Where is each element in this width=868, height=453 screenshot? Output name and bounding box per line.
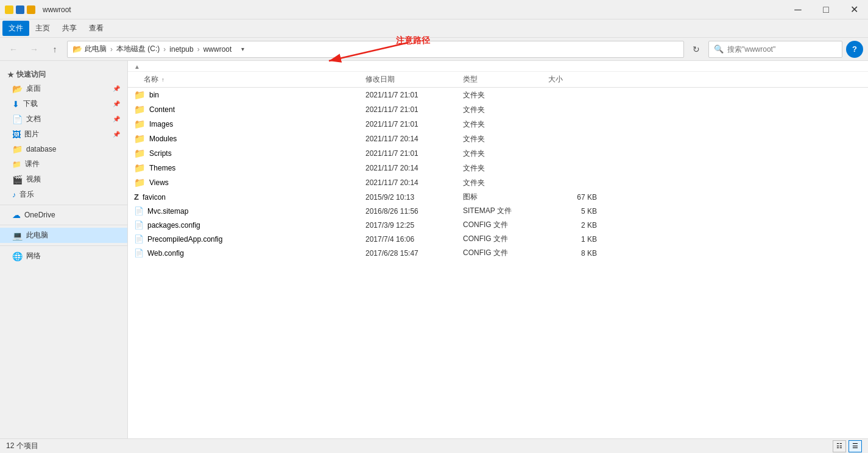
file-name-label: packages.config (147, 221, 200, 230)
table-row[interactable]: 📁 Scripts 2021/11/7 21:01 文件夹 (128, 146, 868, 161)
music-icon: ♪ (12, 191, 16, 199)
header-date[interactable]: 修改日期 (365, 74, 463, 85)
file-date-cell: 2017/6/28 15:47 (365, 249, 463, 258)
table-row[interactable]: 📁 Content 2021/11/7 21:01 文件夹 (128, 102, 868, 117)
icon-yellow (5, 5, 13, 14)
sidebar-item-pictures[interactable]: 🖼 图片 📌 (0, 127, 127, 142)
documents-folder-icon: 📄 (12, 114, 23, 124)
sidebar-item-documents[interactable]: 📄 文档 📌 (0, 111, 127, 127)
icon-blue-dark (16, 5, 24, 14)
file-list: ▲ 名称 ↑ 修改日期 类型 大小 📁 bin 2021/11/7 21:01 (128, 61, 868, 453)
file-name-label: Themes (149, 164, 175, 172)
sort-arrow: ▲ (134, 63, 140, 70)
icon-orange (27, 5, 35, 14)
file-name-cell: 📄 packages.config (128, 220, 365, 230)
thispc-icon: 💻 (12, 231, 23, 241)
file-type-cell: 文件夹 (463, 149, 548, 159)
table-row[interactable]: 📁 Themes 2021/11/7 20:14 文件夹 (128, 161, 868, 175)
svg-line-1 (329, 43, 408, 61)
file-name-cell: 📁 Views (128, 177, 365, 188)
forward-button[interactable]: → (26, 41, 43, 58)
table-row[interactable]: 📄 Web.config 2017/6/28 15:47 CONFIG 文件 8… (128, 246, 868, 260)
sidebar-item-downloads[interactable]: ⬇ 下载 📌 (0, 96, 127, 111)
folder-icon: 📁 (134, 148, 146, 159)
sidebar-item-video[interactable]: 🎬 视频 (0, 172, 127, 187)
annotation-arrow (317, 38, 414, 68)
back-button[interactable]: ← (5, 41, 22, 58)
file-date-cell: 2017/3/9 12:25 (365, 221, 463, 230)
view-detail-button[interactable]: ☰ (849, 440, 862, 452)
menubar: 文件 主页 共享 查看 (0, 19, 868, 38)
downloads-folder-icon: ⬇ (12, 99, 19, 109)
onedrive-icon: ☁ (12, 210, 21, 220)
minimize-button[interactable]: ─ (784, 0, 812, 19)
sidebar-item-desktop[interactable]: 📂 桌面 📌 (0, 81, 127, 96)
table-row[interactable]: 📁 Modules 2021/11/7 20:14 文件夹 (128, 132, 868, 146)
sidebar-item-network[interactable]: 🌐 网络 (0, 248, 127, 264)
file-name-label: Images (149, 120, 173, 128)
search-input[interactable] (727, 45, 837, 54)
sidebar-item-database[interactable]: 📁 database (0, 142, 127, 156)
sidebar-item-course[interactable]: 📁 课件 (0, 156, 127, 172)
quick-access-title: ★ 快速访问 (0, 66, 127, 81)
file-name-label: Scripts (149, 149, 172, 158)
file-type-cell: CONFIG 文件 (463, 220, 548, 230)
sidebar-item-onedrive[interactable]: ☁ OneDrive (0, 208, 127, 222)
file-icon: 📄 (134, 234, 144, 244)
folder-icon: 📁 (134, 119, 146, 130)
file-type-cell: 文件夹 (463, 90, 548, 100)
window-title: wwwroot (43, 5, 71, 14)
path-thispc: 此电脑 (85, 44, 107, 54)
desktop-folder-icon: 📂 (12, 84, 23, 94)
sidebar-item-thispc[interactable]: 💻 此电脑 (0, 228, 127, 243)
menu-view[interactable]: 查看 (83, 21, 110, 36)
path-drive: 本地磁盘 (C:) (116, 44, 160, 54)
file-date-cell: 2021/11/7 20:14 (365, 178, 463, 187)
menu-file[interactable]: 文件 (2, 21, 29, 36)
item-count: 12 个项目 (6, 441, 38, 451)
sidebar-divider-1 (0, 205, 127, 205)
search-box[interactable]: 🔍 (708, 41, 842, 58)
video-folder-icon: 🎬 (12, 175, 23, 184)
file-name-label: Web.config (147, 249, 184, 258)
menu-home[interactable]: 主页 (29, 21, 56, 36)
table-row[interactable]: Z favicon 2015/9/2 10:13 图标 67 KB (128, 190, 868, 204)
table-row[interactable]: 📄 Mvc.sitemap 2016/8/26 11:56 SITEMAP 文件… (128, 204, 868, 218)
table-row[interactable]: 📁 Images 2021/11/7 21:01 文件夹 (128, 117, 868, 132)
file-name-label: Mvc.sitemap (147, 207, 188, 216)
header-size[interactable]: 大小 (548, 74, 609, 85)
close-button[interactable]: ✕ (840, 0, 868, 19)
table-row[interactable]: 📄 packages.config 2017/3/9 12:25 CONFIG … (128, 218, 868, 232)
folder-icon: 📁 (134, 133, 146, 144)
table-row[interactable]: 📄 PrecompiledApp.config 2017/7/4 16:06 C… (128, 232, 868, 246)
up-button[interactable]: ↑ (46, 41, 63, 58)
file-name-cell: 📁 Content (128, 104, 365, 115)
file-list-header: 名称 ↑ 修改日期 类型 大小 (128, 72, 868, 88)
titlebar-icons (5, 5, 35, 14)
file-size-cell: 5 KB (548, 207, 609, 216)
z-file-icon: Z (134, 192, 139, 202)
titlebar-left: wwwroot (5, 5, 71, 14)
file-rows-container: 📁 bin 2021/11/7 21:01 文件夹 📁 Content 2021… (128, 88, 868, 260)
file-date-cell: 2016/8/26 11:56 (365, 207, 463, 216)
file-name-label: favicon (143, 193, 166, 202)
help-button[interactable]: ? (846, 41, 863, 58)
view-list-button[interactable]: ☷ (833, 440, 846, 452)
file-date-cell: 2021/11/7 21:01 (365, 149, 463, 158)
table-row[interactable]: 📁 bin 2021/11/7 21:01 文件夹 (128, 88, 868, 102)
statusbar: 12 个项目 ☷ ☰ (0, 438, 868, 453)
file-size-cell: 8 KB (548, 249, 609, 258)
maximize-button[interactable]: □ (812, 0, 840, 19)
folder-icon: 📁 (134, 90, 146, 100)
course-folder-icon: 📁 (12, 160, 21, 169)
file-size-cell: 2 KB (548, 221, 609, 230)
table-row[interactable]: 📁 Views 2021/11/7 20:14 文件夹 (128, 175, 868, 190)
header-name[interactable]: 名称 ↑ (128, 74, 365, 85)
sidebar-item-music[interactable]: ♪ 音乐 (0, 187, 127, 202)
header-type[interactable]: 类型 (463, 74, 548, 85)
refresh-button[interactable]: ↻ (688, 41, 705, 58)
pin-icon-dl: 📌 (113, 100, 120, 107)
menu-share[interactable]: 共享 (56, 21, 83, 36)
address-dropdown[interactable]: ▾ (234, 41, 251, 58)
pin-icon-pic: 📌 (113, 131, 120, 138)
